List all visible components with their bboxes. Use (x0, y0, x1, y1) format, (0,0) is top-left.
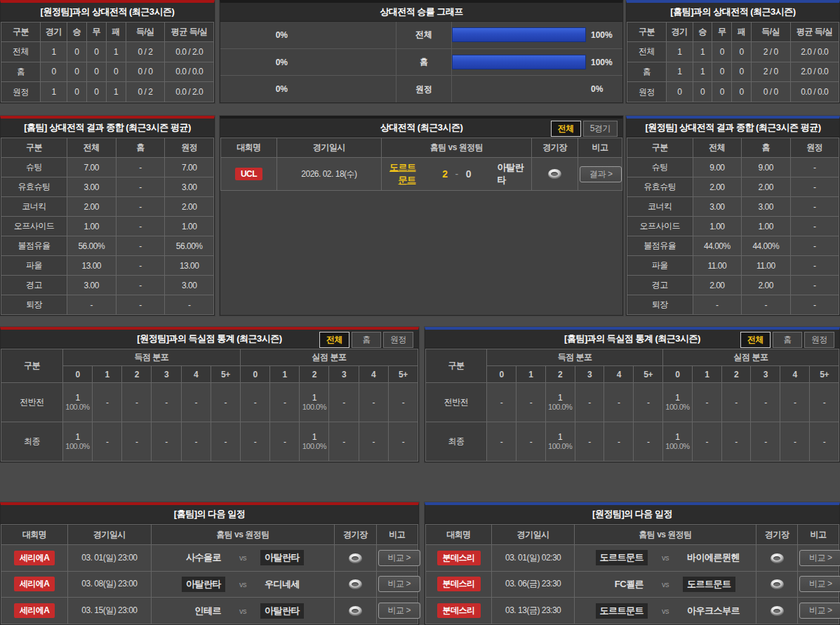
row-label: 홈 (1, 62, 41, 82)
schedule-row: 세리에A03. 01(일) 23:00사수올로vs아탈란타비교 > (1, 545, 418, 572)
panel-home-schedule: [홈팀]의 다음 일정 대회명경기일시홈팀 vs 원정팀경기장비고 세리에A03… (0, 502, 419, 625)
tab-all[interactable]: 전체 (740, 332, 771, 348)
table-row: 유효슈팅3.00-3.00 (1, 177, 214, 197)
bin-header: 3 (329, 366, 359, 383)
percent: 100.0% (65, 442, 91, 451)
tab-away[interactable]: 원정 (804, 332, 834, 348)
vs-label: vs (229, 580, 256, 589)
match-line: 도르트문트 2 - 0 아탈란타 (383, 160, 531, 188)
stadium-cell (335, 545, 376, 572)
panel-title: [원정팀]의 다음 일정 (592, 508, 672, 520)
stat-cell: 1 (106, 42, 126, 62)
table-row: 볼점유율56.00%-56.00% (1, 236, 214, 256)
match-cell: 아탈란타vs우디네세 (151, 571, 334, 598)
compare-button[interactable]: 비교 > (799, 603, 840, 619)
table-header-row: 구분전체홈원정 (627, 138, 839, 158)
compare-button[interactable]: 비교 > (799, 550, 840, 566)
stat-cell: 11.00 (742, 256, 790, 276)
stat-cell: 0 (712, 42, 732, 62)
tab-home[interactable]: 홈 (773, 332, 802, 348)
compare-button[interactable]: 비교 > (799, 576, 840, 592)
dist-cell: - (122, 422, 152, 462)
tab-all[interactable]: 전체 (551, 121, 581, 137)
compare-button[interactable]: 비교 > (378, 603, 420, 619)
result-cell: 결과 > (578, 158, 622, 191)
column-header: 승 (67, 22, 86, 42)
stat-cell: - (790, 158, 839, 177)
tab-home[interactable]: 홈 (352, 332, 381, 348)
away-team: 아탈란타 (260, 550, 304, 565)
panel-title-bar: 상대전적 승률 그래프 (220, 3, 622, 22)
league-cell: 세리에A (1, 598, 68, 624)
column-header: 구분 (627, 138, 693, 158)
compare-button[interactable]: 비교 > (378, 550, 420, 566)
row-label: 파울 (627, 256, 693, 276)
stat-cell: 0 (67, 82, 86, 102)
compare-button[interactable]: 비교 > (378, 576, 420, 592)
dist-cell: - (388, 422, 418, 462)
left-side: 0% (220, 76, 396, 102)
tab-5games[interactable]: 5경기 (583, 121, 618, 137)
stat-cell: 0 / 0 (126, 62, 165, 82)
stadium-icon[interactable] (771, 606, 784, 616)
stadium-icon[interactable] (771, 579, 784, 589)
schedule-row: 세리에A03. 08(일) 23:00아탈란타vs우디네세비교 > (1, 571, 418, 598)
tab-away[interactable]: 원정 (383, 332, 413, 348)
result-button[interactable]: 결과 > (580, 166, 622, 182)
dist-cell: - (751, 422, 780, 462)
compare-cell: 비교 > (376, 598, 418, 624)
stat-cell: - (67, 295, 116, 315)
bin-header: 5+ (388, 366, 418, 383)
match-line: 사수올로vs아탈란타 (153, 550, 333, 565)
column-header: 경기일시 (277, 138, 382, 158)
stat-cell: - (116, 158, 165, 177)
stadium-icon[interactable] (349, 553, 362, 563)
panel-h2h-matches: 상대전적 (최근3시즌) 전체 5경기 대회명경기일시홈팀 vs 원정팀경기장비… (220, 116, 623, 316)
row-label: 최종 (426, 422, 487, 462)
stat-cell: - (116, 295, 165, 315)
home-team-link[interactable]: 도르트문트 (383, 160, 420, 188)
match-line: 인테르vs아탈란타 (153, 603, 333, 619)
bin-header: 3 (575, 366, 604, 383)
dist-cell: - (810, 383, 839, 422)
winrate-category: 원정 (396, 76, 452, 102)
stat-cell: - (790, 256, 839, 276)
tab-all[interactable]: 전체 (319, 332, 349, 348)
panel-title: 상대전적 (최근3시즌) (380, 121, 463, 134)
winrate-row: 0% 전체 100% (220, 22, 622, 49)
stat-cell: 2 / 0 (751, 42, 790, 62)
row-label: 볼점유율 (627, 236, 693, 256)
table-row: 퇴장--- (1, 295, 214, 315)
table-header-row: 대회명경기일시홈팀 vs 원정팀경기장비고 (426, 525, 839, 545)
table-row: 전체10010 / 20.0 / 2.0 (1, 42, 214, 62)
away-side: 바이에른뮌헨 (679, 550, 754, 565)
league-badge: 세리에A (14, 551, 55, 565)
stat-cell: 1.00 (693, 217, 741, 236)
stat-cell: - (165, 295, 214, 315)
away-side: 우디네세 (256, 577, 333, 592)
stat-cell: 0 (712, 82, 732, 102)
score-separator: - (455, 168, 458, 180)
panel-home-summary: [홈팀] 상대전적 결과 종합 (최근3시즌 평균) 구분전체홈원정 슈팅7.0… (0, 116, 215, 316)
dist-cell: - (152, 383, 181, 422)
row-label: 경고 (627, 276, 693, 295)
dist-cell: - (388, 383, 418, 422)
scored-group-header: 득점 분포 (62, 349, 240, 366)
league-cell: UCL (221, 158, 277, 191)
stadium-icon[interactable] (349, 579, 362, 589)
left-side: 0% (220, 22, 396, 48)
stadium-icon[interactable] (548, 169, 561, 179)
group-header-row: 구분 득점 분포 실점 분포 (426, 349, 839, 366)
panel-title: [홈팀]의 다음 일정 (174, 508, 245, 520)
bin-header: 4 (604, 366, 634, 383)
column-header: 전체 (693, 138, 741, 158)
bin-header: 2 (721, 366, 751, 383)
row-label: 경고 (1, 276, 67, 295)
stadium-icon[interactable] (349, 606, 362, 616)
column-header: 구분 (1, 138, 67, 158)
stat-cell: 3.00 (165, 276, 214, 295)
stadium-icon[interactable] (771, 553, 784, 563)
corner-header: 구분 (426, 349, 487, 383)
row-label: 슈팅 (1, 158, 67, 177)
home-score: 2 (442, 168, 447, 180)
